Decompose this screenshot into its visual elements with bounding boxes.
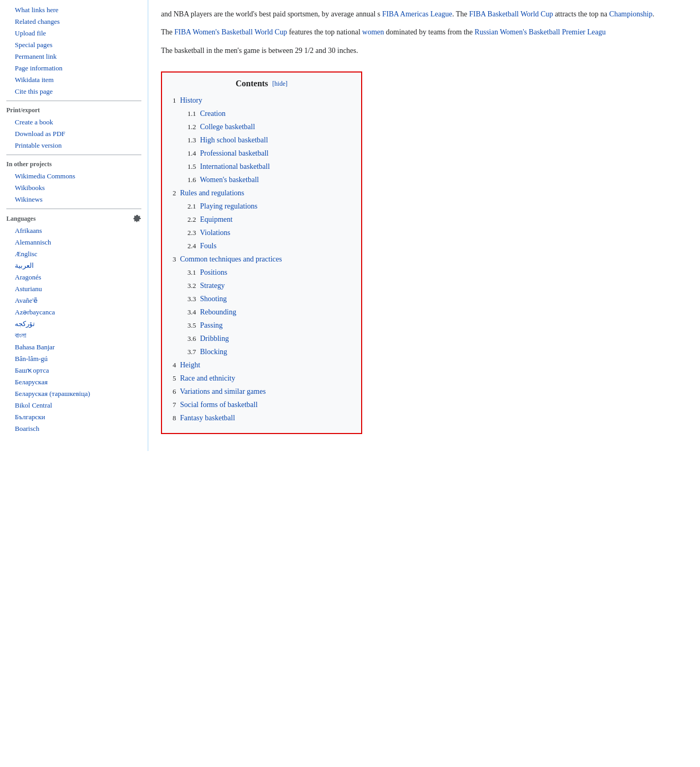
toc-num-1-1: 1.1: [187, 110, 196, 118]
sidebar-lang-afrikaans[interactable]: Afrikaans: [0, 225, 148, 237]
toc-link-blocking[interactable]: Blocking: [200, 348, 227, 356]
toc-link-strategy[interactable]: Strategy: [200, 282, 225, 290]
women-link[interactable]: women: [362, 28, 384, 36]
toc-link-common-techniques[interactable]: Common techniques and practices: [180, 255, 282, 263]
sidebar-lang-asturianu[interactable]: Asturianu: [0, 283, 148, 295]
other-projects-section: In other projects Wikimedia Commons Wiki…: [0, 158, 148, 205]
sidebar-link-wikimedia-commons[interactable]: Wikimedia Commons: [0, 170, 148, 182]
toc-item-3-5: 3.5 Passing: [173, 319, 351, 332]
toc-item-3-1: 3.1 Positions: [173, 266, 351, 279]
intro-paragraph-1: and NBA players are the world's best pai…: [161, 8, 687, 20]
toc-num-3: 3: [173, 255, 176, 263]
toc-link-shooting[interactable]: Shooting: [200, 295, 227, 303]
sidebar-link-upload-file[interactable]: Upload file: [0, 28, 148, 39]
toc-link-high-school-basketball[interactable]: High school basketball: [200, 136, 268, 144]
toc-link-social-forms[interactable]: Social forms of basketball: [180, 401, 258, 409]
toc-num-3-2: 3.2: [187, 282, 196, 290]
toc-item-3-3: 3.3 Shooting: [173, 292, 351, 305]
toc-link-positions[interactable]: Positions: [200, 268, 227, 276]
toc-item-2: 2 Rules and regulations: [173, 186, 351, 200]
sidebar-lang-bikol-central[interactable]: Bikol Central: [0, 400, 148, 411]
toc-link-fantasy-basketball[interactable]: Fantasy basketball: [180, 414, 235, 422]
toc-item-4: 4 Height: [173, 358, 351, 372]
sidebar-lang-ban-lam-gu[interactable]: Bân-lâm-gú: [0, 353, 148, 365]
toc-item-2-4: 2.4 Fouls: [173, 239, 351, 252]
toc-link-creation[interactable]: Creation: [200, 110, 226, 118]
sidebar-lang-torkce[interactable]: تۆرکجه: [0, 318, 148, 330]
fiba-world-cup-link[interactable]: FIBA Basketball World Cup: [469, 10, 553, 18]
sidebar-lang-azerbaycanca[interactable]: Azərbaycanca: [0, 306, 148, 318]
toc-num-8: 8: [173, 414, 176, 422]
sidebar-link-what-links-here[interactable]: What links here: [0, 4, 148, 16]
fiba-womens-cup-link[interactable]: FIBA Women's Basketball World Cup: [174, 28, 287, 36]
sidebar-lang-belaruska[interactable]: Беларуская: [0, 376, 148, 388]
toc-link-womens-basketball[interactable]: Women's basketball: [200, 176, 259, 184]
sidebar-lang-bashkortsa[interactable]: Башҡортса: [0, 365, 148, 376]
sidebar-link-page-information[interactable]: Page information: [0, 62, 148, 74]
sidebar-lang-arabic[interactable]: العربية: [0, 260, 148, 272]
sidebar-link-wikinews[interactable]: Wikinews: [0, 194, 148, 205]
toc-num-3-6: 3.6: [187, 335, 196, 342]
sidebar-lang-bangla[interactable]: বাংলা: [0, 330, 148, 341]
toc-link-professional-basketball[interactable]: Professional basketball: [200, 149, 268, 157]
toc-link-rules[interactable]: Rules and regulations: [180, 189, 244, 197]
sidebar-link-related-changes[interactable]: Related changes: [0, 16, 148, 28]
toc-num-3-3: 3.3: [187, 295, 196, 303]
sidebar-link-printable-version[interactable]: Printable version: [0, 140, 148, 151]
toc-num-1-4: 1.4: [187, 149, 196, 157]
toc-link-passing[interactable]: Passing: [200, 321, 223, 329]
toc-item-2-1: 2.1 Playing regulations: [173, 200, 351, 213]
sidebar-link-special-pages[interactable]: Special pages: [0, 39, 148, 51]
toc-hide-link[interactable]: [hide]: [272, 80, 288, 88]
main-content: and NBA players are the world's best pai…: [148, 0, 700, 451]
intro-paragraph-2: The FIBA Women's Basketball World Cup fe…: [161, 26, 687, 38]
toc-link-playing-regulations[interactable]: Playing regulations: [200, 202, 258, 210]
toc-link-history[interactable]: History: [180, 96, 202, 104]
toc-title: Contents: [236, 79, 268, 88]
languages-label: Languages: [6, 215, 133, 223]
toc-link-dribbling[interactable]: Dribbling: [200, 335, 229, 342]
toc-num-1-3: 1.3: [187, 136, 196, 144]
sidebar-lang-bahasa-banjar[interactable]: Bahasa Banjar: [0, 341, 148, 353]
toc-item-3: 3 Common techniques and practices: [173, 252, 351, 266]
toc-link-rebounding[interactable]: Rebounding: [200, 308, 236, 316]
toc-item-6: 6 Variations and similar games: [173, 385, 351, 398]
russian-league-link[interactable]: Russian Women's Basketball Premier Leagu: [474, 28, 606, 36]
sidebar-lang-boarisch[interactable]: Boarisch: [0, 423, 148, 435]
print-section-header: Print/export: [0, 104, 148, 116]
sidebar-link-download-pdf[interactable]: Download as PDF: [0, 128, 148, 140]
sidebar-lang-belaruska-taras[interactable]: Беларуская (тарашкевіца): [0, 388, 148, 400]
sidebar-lang-avane[interactable]: Avañe'ẽ: [0, 295, 148, 306]
sidebar-link-create-book[interactable]: Create a book: [0, 116, 148, 128]
gear-icon[interactable]: [133, 214, 141, 223]
toc-title-row: Contents [hide]: [173, 79, 351, 88]
sidebar-lang-bulgarski[interactable]: Български: [0, 411, 148, 423]
toc-link-college-basketball[interactable]: College basketball: [200, 123, 255, 131]
toc-link-violations[interactable]: Violations: [200, 229, 231, 237]
toc-link-equipment[interactable]: Equipment: [200, 215, 232, 223]
toc-item-1-1: 1.1 Creation: [173, 107, 351, 120]
sidebar-link-permanent-link[interactable]: Permanent link: [0, 51, 148, 62]
toc-item-3-4: 3.4 Rebounding: [173, 305, 351, 319]
toc-num-7: 7: [173, 401, 176, 409]
toc-list: 1 History 1.1 Creation 1.2 College baske…: [173, 94, 351, 425]
toc-link-race-ethnicity[interactable]: Race and ethnicity: [180, 374, 235, 382]
toc-num-5: 5: [173, 374, 176, 382]
toc-link-international-basketball[interactable]: International basketball: [200, 163, 270, 170]
toc-link-height[interactable]: Height: [180, 361, 200, 369]
sidebar-lang-aragones[interactable]: Aragonés: [0, 272, 148, 283]
toc-num-4: 4: [173, 361, 176, 369]
sidebar-link-wikibooks[interactable]: Wikibooks: [0, 182, 148, 194]
toc-link-fouls[interactable]: Fouls: [200, 242, 217, 250]
toc-num-2-1: 2.1: [187, 202, 196, 210]
toc-num-3-4: 3.4: [187, 308, 196, 316]
sidebar-lang-alemannisch[interactable]: Alemannisch: [0, 237, 148, 248]
sidebar-link-wikidata-item[interactable]: Wikidata item: [0, 74, 148, 86]
fiba-americas-league-link[interactable]: FIBA Americas League: [382, 10, 452, 18]
toc-num-1-2: 1.2: [187, 123, 196, 131]
championship-link[interactable]: Championship: [609, 10, 653, 18]
toc-link-variations[interactable]: Variations and similar games: [180, 387, 266, 395]
toc-item-1-6: 1.6 Women's basketball: [173, 173, 351, 186]
sidebar-lang-aenglisc[interactable]: Ænglisc: [0, 248, 148, 260]
sidebar-link-cite-this-page[interactable]: Cite this page: [0, 86, 148, 97]
